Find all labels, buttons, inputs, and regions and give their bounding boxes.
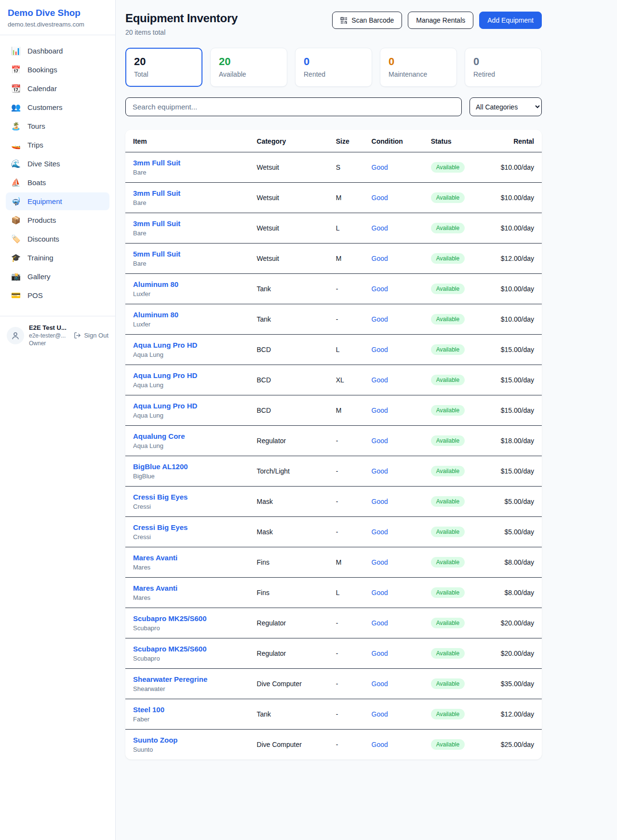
item-name-link[interactable]: 3mm Full Suit bbox=[133, 159, 241, 167]
search-input[interactable] bbox=[125, 97, 462, 116]
item-name-link[interactable]: Shearwater Peregrine bbox=[133, 675, 241, 683]
item-name-link[interactable]: Aqua Lung Pro HD bbox=[133, 341, 241, 349]
table-row: Aqua Lung Pro HD Aqua Lung BCD M Good Av… bbox=[125, 395, 542, 426]
item-name-link[interactable]: Steel 100 bbox=[133, 705, 241, 714]
manage-rentals-button[interactable]: Manage Rentals bbox=[408, 12, 473, 29]
status-cell: Available bbox=[423, 213, 487, 244]
sidebar-item[interactable]: 🤿 Equipment bbox=[6, 192, 109, 210]
table-row: Cressi Big Eyes Cressi Mask - Good Avail… bbox=[125, 517, 542, 547]
condition-link[interactable]: Good bbox=[372, 619, 388, 627]
add-equipment-button[interactable]: Add Equipment bbox=[479, 12, 542, 29]
condition-cell: Good bbox=[364, 730, 423, 760]
equipment-table-card: Item Category Size Condition Status Rent… bbox=[125, 130, 542, 759]
nav-item-label: Customers bbox=[27, 103, 63, 111]
stat-card[interactable]: 0 Maintenance bbox=[380, 48, 457, 87]
condition-link[interactable]: Good bbox=[372, 406, 388, 414]
condition-link[interactable]: Good bbox=[372, 163, 388, 171]
condition-link[interactable]: Good bbox=[372, 255, 388, 262]
sidebar-item[interactable]: 🏝️ Tours bbox=[6, 117, 109, 135]
condition-link[interactable]: Good bbox=[372, 285, 388, 293]
condition-link[interactable]: Good bbox=[372, 467, 388, 475]
item-name-link[interactable]: Aqua Lung Pro HD bbox=[133, 371, 241, 379]
condition-link[interactable]: Good bbox=[372, 376, 388, 384]
category-cell: Regulator bbox=[249, 426, 328, 456]
size-cell: - bbox=[328, 487, 364, 517]
sidebar-item[interactable]: 📆 Calendar bbox=[6, 80, 109, 97]
stat-card[interactable]: 0 Retired bbox=[465, 48, 542, 87]
item-name-link[interactable]: Aqualung Core bbox=[133, 432, 241, 440]
item-name-link[interactable]: Cressi Big Eyes bbox=[133, 523, 241, 531]
condition-link[interactable]: Good bbox=[372, 346, 388, 353]
item-name-link[interactable]: BigBlue AL1200 bbox=[133, 462, 241, 471]
item-name-link[interactable]: Scubapro MK25/S600 bbox=[133, 614, 241, 623]
condition-link[interactable]: Good bbox=[372, 498, 388, 505]
category-cell: Wetsuit bbox=[249, 183, 328, 213]
item-name-link[interactable]: Aluminum 80 bbox=[133, 280, 241, 288]
item-name-link[interactable]: 3mm Full Suit bbox=[133, 219, 241, 228]
table-row: Scubapro MK25/S600 Scubapro Regulator - … bbox=[125, 608, 542, 638]
item-name-link[interactable]: Aluminum 80 bbox=[133, 311, 241, 319]
status-badge: Available bbox=[431, 314, 465, 325]
condition-link[interactable]: Good bbox=[372, 437, 388, 445]
sidebar-item[interactable]: 🌊 Dive Sites bbox=[6, 155, 109, 173]
sidebar-item[interactable]: 📊 Dashboard bbox=[6, 42, 109, 60]
condition-link[interactable]: Good bbox=[372, 558, 388, 566]
sidebar-item[interactable]: ⛵ Boats bbox=[6, 174, 109, 191]
table-row: Aqua Lung Pro HD Aqua Lung BCD L Good Av… bbox=[125, 335, 542, 365]
item-brand: Aqua Lung bbox=[133, 351, 241, 358]
condition-cell: Good bbox=[364, 699, 423, 730]
condition-cell: Good bbox=[364, 638, 423, 669]
sign-out-button[interactable]: Sign Out bbox=[74, 332, 108, 339]
size-cell: - bbox=[328, 304, 364, 335]
nav-item-icon: 📸 bbox=[11, 272, 21, 281]
item-brand: Cressi bbox=[133, 533, 241, 541]
sidebar-item[interactable]: 💳 POS bbox=[6, 286, 109, 304]
condition-link[interactable]: Good bbox=[372, 741, 388, 748]
condition-link[interactable]: Good bbox=[372, 650, 388, 657]
stat-label: Retired bbox=[473, 70, 533, 78]
status-cell: Available bbox=[423, 638, 487, 669]
rental-cell: $5.00/day bbox=[487, 517, 542, 547]
table-row: Suunto Zoop Suunto Dive Computer - Good … bbox=[125, 730, 542, 760]
item-name-link[interactable]: Mares Avanti bbox=[133, 584, 241, 592]
condition-link[interactable]: Good bbox=[372, 224, 388, 232]
add-equipment-label: Add Equipment bbox=[487, 16, 534, 24]
condition-link[interactable]: Good bbox=[372, 680, 388, 688]
table-row: Mares Avanti Mares Fins M Good Available bbox=[125, 547, 542, 578]
sidebar-item[interactable]: 📸 Gallery bbox=[6, 268, 109, 285]
condition-link[interactable]: Good bbox=[372, 589, 388, 596]
scan-barcode-button[interactable]: Scan Barcode bbox=[332, 12, 402, 29]
category-select[interactable]: All Categories bbox=[469, 97, 542, 116]
sidebar-item[interactable]: 📦 Products bbox=[6, 211, 109, 229]
nav-item-icon: 📊 bbox=[11, 46, 21, 55]
rental-cell: $15.00/day bbox=[487, 365, 542, 395]
item-name-link[interactable]: Mares Avanti bbox=[133, 554, 241, 562]
sidebar-item[interactable]: 📅 Bookings bbox=[6, 61, 109, 79]
stat-card[interactable]: 20 Available bbox=[210, 48, 287, 87]
condition-link[interactable]: Good bbox=[372, 194, 388, 202]
status-cell: Available bbox=[423, 395, 487, 426]
condition-link[interactable]: Good bbox=[372, 315, 388, 323]
item-cell: Mares Avanti Mares bbox=[125, 547, 249, 578]
stat-card[interactable]: 20 Total bbox=[125, 48, 202, 87]
condition-link[interactable]: Good bbox=[372, 528, 388, 536]
item-name-link[interactable]: Aqua Lung Pro HD bbox=[133, 402, 241, 410]
item-name-link[interactable]: Suunto Zoop bbox=[133, 736, 241, 744]
status-badge: Available bbox=[431, 405, 465, 416]
stat-card[interactable]: 0 Rented bbox=[295, 48, 372, 87]
item-name-link[interactable]: 3mm Full Suit bbox=[133, 189, 241, 197]
item-name-link[interactable]: Cressi Big Eyes bbox=[133, 493, 241, 501]
sidebar-item[interactable]: 🎓 Training bbox=[6, 249, 109, 267]
sidebar-item[interactable]: 👥 Customers bbox=[6, 98, 109, 116]
item-name-link[interactable]: 5mm Full Suit bbox=[133, 250, 241, 258]
condition-link[interactable]: Good bbox=[372, 710, 388, 718]
brand-title[interactable]: Demo Dive Shop bbox=[8, 8, 107, 18]
size-cell: - bbox=[328, 456, 364, 487]
user-box: E2E Test U... e2e-tester@... Owner Sign … bbox=[0, 316, 115, 354]
sidebar-item[interactable]: 🚤 Trips bbox=[6, 136, 109, 154]
status-badge: Available bbox=[431, 223, 465, 233]
nav-item-icon: 🚤 bbox=[11, 140, 21, 149]
item-name-link[interactable]: Scubapro MK25/S600 bbox=[133, 645, 241, 653]
item-cell: Aqua Lung Pro HD Aqua Lung bbox=[125, 365, 249, 395]
sidebar-item[interactable]: 🏷️ Discounts bbox=[6, 230, 109, 248]
